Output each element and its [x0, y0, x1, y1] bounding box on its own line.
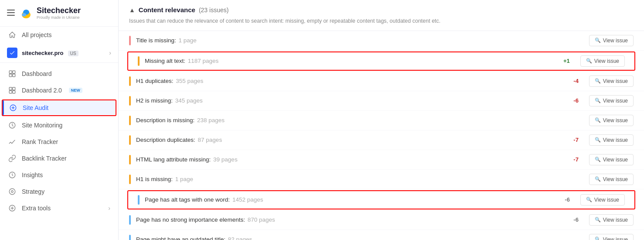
search-icon: 🔍: [586, 58, 592, 64]
issue-color-bar: [129, 215, 131, 225]
issue-text: Title is missing: 1 page: [136, 37, 566, 44]
search-icon: 🔍: [595, 237, 601, 240]
issue-row: HTML lang attribute missing: 39 pages-7🔍…: [119, 150, 644, 170]
search-icon: 🔍: [595, 217, 601, 223]
sidebar-item-dashboard2[interactable]: Dashboard 2.0 NEW: [0, 82, 118, 99]
main-content: ▲ Content relevance (23 issues) Issues t…: [119, 0, 644, 240]
issue-text: H2 is missing: 345 pages: [136, 97, 566, 104]
sidebar-item-extra-tools[interactable]: Extra tools ›: [0, 200, 118, 216]
sidebar: Sitechecker Proudly made in Ukraine All …: [0, 0, 119, 240]
sidebar-item-dashboard[interactable]: Dashboard: [0, 65, 118, 82]
view-issue-label: View issue: [603, 176, 628, 182]
issue-color-bar: [129, 175, 131, 184]
view-issue-button[interactable]: 🔍View issue: [589, 234, 634, 240]
view-issue-label: View issue: [603, 38, 628, 44]
sidebar-item-rank-tracker[interactable]: Rank Tracker: [0, 134, 118, 150]
issue-color-bar: [129, 135, 131, 145]
view-issue-button[interactable]: 🔍View issue: [589, 115, 634, 126]
view-issue-button[interactable]: 🔍View issue: [589, 214, 634, 226]
view-issue-button[interactable]: 🔍View issue: [580, 55, 625, 67]
sidebar-item-strategy-label: Strategy: [22, 188, 44, 195]
svg-rect-13: [13, 91, 15, 93]
issue-delta: +1: [557, 58, 570, 64]
sidebar-item-backlink-tracker[interactable]: Backlink Tracker: [0, 150, 118, 167]
dashboard2-icon: [8, 86, 17, 95]
sidebar-item-extra-tools-label: Extra tools: [22, 205, 51, 212]
search-icon: 🔍: [595, 137, 601, 143]
logo-text: Sitechecker Proudly made in Ukraine: [37, 7, 81, 20]
issue-text: Page has alt tags with one word: 1452 pa…: [145, 196, 557, 203]
view-issue-label: View issue: [594, 58, 619, 64]
view-issue-button[interactable]: 🔍View issue: [580, 194, 625, 206]
sidebar-item-site-monitoring-label: Site Monitoring: [22, 122, 62, 129]
issue-color-bar: [129, 36, 131, 45]
svg-rect-7: [13, 71, 15, 73]
view-issue-label: View issue: [603, 237, 628, 240]
issue-text: Description is missing: 238 pages: [136, 117, 566, 123]
svg-rect-12: [9, 91, 12, 93]
svg-point-17: [9, 189, 15, 195]
issue-row: Page has no strong importance elements: …: [119, 210, 644, 230]
issue-color-bar: [129, 96, 131, 106]
section-title: Content relevance: [139, 6, 195, 14]
collapse-icon[interactable]: ▲: [129, 7, 135, 14]
view-issue-button[interactable]: 🔍View issue: [589, 154, 634, 165]
issue-text: Missing alt text: 1187 pages: [145, 58, 557, 64]
home-icon: [8, 31, 17, 39]
sidebar-item-site-monitoring[interactable]: Site Monitoring: [0, 117, 118, 134]
issue-color-bar: [138, 56, 140, 66]
view-issue-label: View issue: [603, 157, 628, 163]
new-badge: NEW: [69, 88, 82, 93]
issue-row: Page has alt tags with one word: 1452 pa…: [127, 190, 635, 209]
sidebar-nav: Dashboard Dashboard 2.0 NEW: [0, 63, 118, 219]
issue-row: Description duplicates: 87 pages-7🔍View …: [119, 130, 644, 150]
view-issue-button[interactable]: 🔍View issue: [589, 35, 634, 46]
issue-row: Description is missing: 238 pages🔍View i…: [119, 111, 644, 130]
view-issue-label: View issue: [594, 197, 619, 203]
section-description: Issues that can reduce the relevance of …: [119, 17, 644, 31]
view-issue-label: View issue: [603, 217, 628, 223]
svg-rect-0: [7, 10, 15, 10]
svg-rect-8: [9, 74, 12, 77]
backlink-tracker-icon: [8, 154, 17, 163]
issue-row: H2 is missing: 345 pages-6🔍View issue: [119, 91, 644, 111]
hamburger-icon[interactable]: [7, 9, 15, 18]
site-monitoring-icon: [8, 121, 17, 130]
sidebar-project[interactable]: sitechecker.pro US ›: [0, 43, 118, 63]
sidebar-item-backlink-tracker-label: Backlink Tracker: [22, 155, 67, 162]
view-issue-button[interactable]: 🔍View issue: [589, 174, 634, 185]
view-issue-label: View issue: [603, 78, 628, 84]
view-issue-button[interactable]: 🔍View issue: [589, 134, 634, 146]
project-region: US: [68, 51, 78, 56]
svg-rect-6: [9, 71, 12, 73]
search-icon: 🔍: [595, 157, 601, 162]
view-issue-button[interactable]: 🔍View issue: [589, 75, 634, 87]
issue-delta: -6: [566, 97, 579, 104]
issue-color-bar: [138, 195, 140, 205]
issue-color-bar: [129, 76, 131, 86]
sidebar-item-insights[interactable]: Insights: [0, 167, 118, 183]
sidebar-item-all-projects[interactable]: All projects: [0, 27, 118, 43]
logo[interactable]: Sitechecker Proudly made in Ukraine: [19, 6, 81, 20]
issue-row: Missing alt text: 1187 pages+1🔍View issu…: [127, 51, 635, 71]
search-icon: 🔍: [595, 38, 601, 43]
svg-rect-10: [9, 87, 12, 90]
sidebar-item-strategy[interactable]: Strategy: [0, 183, 118, 200]
issue-row: H1 is missing: 1 page🔍View issue: [119, 170, 644, 189]
sidebar-item-dashboard2-label: Dashboard 2.0: [22, 87, 62, 94]
svg-rect-11: [13, 87, 15, 90]
svg-point-18: [11, 191, 14, 193]
issue-delta: -7: [566, 156, 579, 163]
sidebar-item-site-audit[interactable]: Site Audit: [2, 99, 116, 116]
issue-color-bar: [129, 116, 131, 125]
issue-delta: -4: [566, 78, 579, 84]
project-icon: [7, 48, 17, 58]
sidebar-header: Sitechecker Proudly made in Ukraine: [0, 0, 118, 27]
extra-tools-icon: [8, 204, 17, 213]
issue-delta: -6: [566, 216, 579, 223]
issue-text: H1 is missing: 1 page: [136, 176, 566, 182]
view-issue-label: View issue: [603, 137, 628, 143]
view-issue-label: View issue: [603, 98, 628, 104]
issue-row: Title is missing: 1 page🔍View issue: [119, 31, 644, 51]
view-issue-button[interactable]: 🔍View issue: [589, 95, 634, 106]
